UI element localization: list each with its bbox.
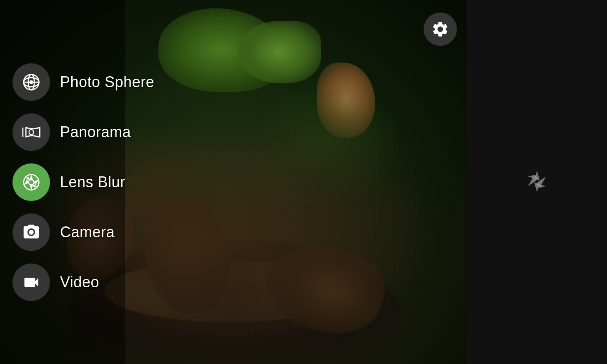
camera-icon-circle — [13, 213, 50, 251]
menu-item-panorama[interactable]: Panorama — [13, 113, 154, 151]
gear-icon — [431, 20, 449, 38]
photo-sphere-icon — [22, 73, 40, 91]
shutter-icon — [524, 168, 550, 195]
menu-item-video[interactable]: Video — [13, 264, 154, 301]
panorama-icon-circle — [13, 113, 50, 151]
video-label: Video — [60, 274, 99, 291]
camera-label: Camera — [60, 223, 115, 241]
lens-blur-icon — [22, 173, 40, 191]
photo-sphere-icon-circle — [13, 63, 50, 101]
video-icon — [22, 273, 40, 291]
camera-icon — [22, 223, 40, 241]
lens-blur-icon-circle — [13, 163, 50, 201]
panorama-icon — [22, 123, 40, 141]
lens-blur-label: Lens Blur — [60, 173, 125, 191]
camera-mode-menu: Photo Sphere Panorama — [13, 63, 154, 301]
menu-item-lens-blur[interactable]: Lens Blur — [13, 163, 154, 201]
video-icon-circle — [13, 264, 50, 301]
shutter-button[interactable] — [524, 168, 550, 196]
svg-point-4 — [29, 80, 33, 84]
svg-point-5 — [29, 129, 34, 135]
right-panel — [467, 0, 607, 364]
panorama-label: Panorama — [60, 123, 131, 141]
photo-sphere-label: Photo Sphere — [60, 73, 154, 91]
menu-item-photo-sphere[interactable]: Photo Sphere — [13, 63, 154, 101]
settings-button[interactable] — [424, 13, 457, 46]
menu-item-camera[interactable]: Camera — [13, 213, 154, 251]
